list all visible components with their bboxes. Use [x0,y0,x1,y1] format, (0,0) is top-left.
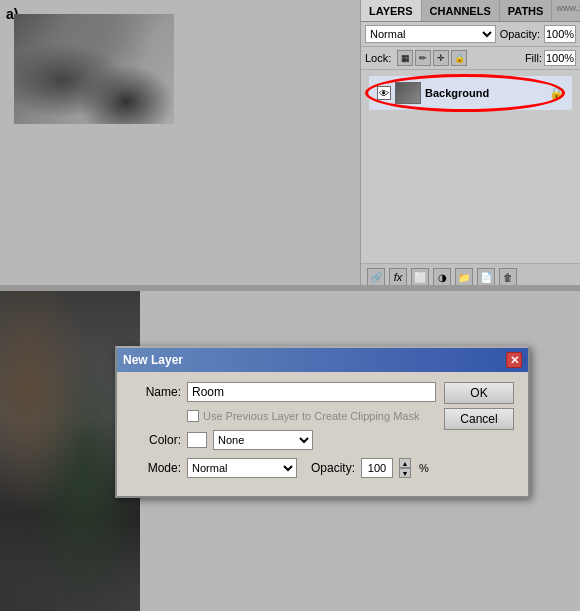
cancel-button[interactable]: Cancel [444,408,514,430]
lock-label: Lock: [365,52,391,64]
layer-name: Background [425,87,545,99]
canvas-image-a [14,14,174,124]
opacity-input-top[interactable] [544,25,576,43]
lock-all-btn[interactable]: 🔒 [451,50,467,66]
canvas-photo-a [14,14,174,124]
name-label: Name: [131,385,181,399]
dialog-mode-row: Mode: Normal Opacity: ▲ ▼ % [131,458,436,478]
mode-select[interactable]: Normal [187,458,297,478]
pct-label: % [419,462,429,474]
layers-controls-row: Normal Opacity: [361,22,580,47]
add-mask-icon[interactable]: ⬜ [411,268,429,286]
delete-layer-icon[interactable]: 🗑 [499,268,517,286]
dialog-titlebar: New Layer ✕ [117,348,528,372]
tab-layers[interactable]: LAYERS [361,0,422,21]
layers-tabs: LAYERS CHANNELS PATHS www.16355yuan.com [361,0,580,22]
color-swatch [187,432,207,448]
mode-label: Mode: [131,461,181,475]
clipping-mask-checkbox[interactable] [187,410,199,422]
opacity-label: Opacity: [500,28,540,40]
dialog-buttons: OK Cancel [444,382,514,486]
stepper-down[interactable]: ▼ [399,468,411,478]
layer-row-background[interactable]: 👁 Background 🔒 [369,76,572,110]
blend-mode-select[interactable]: Normal [365,25,496,43]
layer-thumbnail [395,82,421,104]
ok-button[interactable]: OK [444,382,514,404]
layers-panel: LAYERS CHANNELS PATHS www.16355yuan.com … [360,0,580,290]
dialog-close-button[interactable]: ✕ [506,352,522,368]
dialog-checkbox-row: Use Previous Layer to Create Clipping Ma… [187,410,436,422]
layers-lock-row: Lock: ▦ ✏ ✛ 🔒 Fill: [361,47,580,70]
group-icon[interactable]: 📁 [455,268,473,286]
dialog-title: New Layer [123,353,183,367]
fill-input[interactable] [544,50,576,66]
layer-visibility-eye[interactable]: 👁 [377,86,391,100]
dialog-name-row: Name: [131,382,436,402]
layer-name-input[interactable] [187,382,436,402]
clipping-mask-label: Use Previous Layer to Create Clipping Ma… [203,410,419,422]
dialog-color-row: Color: None [131,430,436,450]
opacity-row-label: Opacity: [311,461,355,475]
dialog-body: Name: Use Previous Layer to Create Clipp… [117,372,528,496]
fill-label: Fill: [525,52,542,64]
section-a: a) LAYERS CHANNELS PATHS www.16355yuan.c… [0,0,580,290]
opacity-stepper[interactable]: ▲ ▼ [399,458,411,478]
adjustment-icon[interactable]: ◑ [433,268,451,286]
lock-move-btn[interactable]: ✛ [433,50,449,66]
fx-icon[interactable]: fx [389,268,407,286]
link-layers-icon[interactable]: 🔗 [367,268,385,286]
section-b: b) New Layer ✕ Name: Use P [0,291,580,611]
tab-channels[interactable]: CHANNELS [422,0,500,21]
color-select[interactable]: None [213,430,313,450]
color-label: Color: [131,433,181,447]
opacity-value-input[interactable] [361,458,393,478]
lock-paint-btn[interactable]: ✏ [415,50,431,66]
tab-paths[interactable]: PATHS [500,0,553,21]
new-layer-dialog: New Layer ✕ Name: Use Previous Layer to … [115,346,530,498]
lock-transparent-btn[interactable]: ▦ [397,50,413,66]
kissy-watermark: www.16355yuan.com [552,0,580,21]
stepper-up[interactable]: ▲ [399,458,411,468]
new-layer-icon[interactable]: 📄 [477,268,495,286]
layer-lock-icon: 🔒 [549,86,564,100]
